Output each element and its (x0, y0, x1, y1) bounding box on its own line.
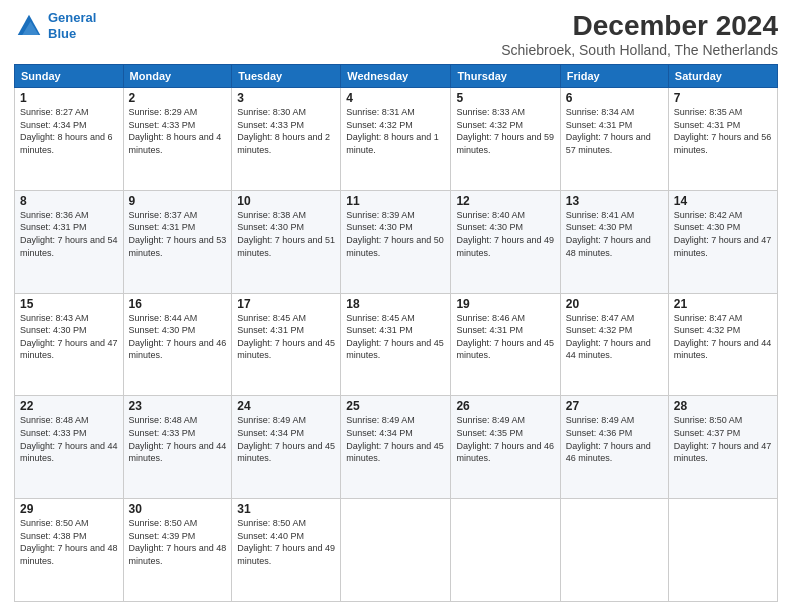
day-number: 27 (566, 399, 663, 413)
day-info: Sunrise: 8:49 AMSunset: 4:35 PMDaylight:… (456, 414, 554, 464)
calendar-cell: 8Sunrise: 8:36 AMSunset: 4:31 PMDaylight… (15, 190, 124, 293)
calendar-table: SundayMondayTuesdayWednesdayThursdayFrid… (14, 64, 778, 602)
day-number: 22 (20, 399, 118, 413)
day-number: 2 (129, 91, 227, 105)
calendar-cell (560, 499, 668, 602)
day-info: Sunrise: 8:31 AMSunset: 4:32 PMDaylight:… (346, 106, 445, 156)
day-info: Sunrise: 8:39 AMSunset: 4:30 PMDaylight:… (346, 209, 445, 259)
day-info: Sunrise: 8:45 AMSunset: 4:31 PMDaylight:… (346, 312, 445, 362)
calendar-cell: 13Sunrise: 8:41 AMSunset: 4:30 PMDayligh… (560, 190, 668, 293)
day-info: Sunrise: 8:50 AMSunset: 4:38 PMDaylight:… (20, 517, 118, 567)
day-info: Sunrise: 8:50 AMSunset: 4:37 PMDaylight:… (674, 414, 772, 464)
day-number: 4 (346, 91, 445, 105)
day-info: Sunrise: 8:44 AMSunset: 4:30 PMDaylight:… (129, 312, 227, 362)
calendar-cell: 5Sunrise: 8:33 AMSunset: 4:32 PMDaylight… (451, 88, 560, 191)
calendar-week-row: 15Sunrise: 8:43 AMSunset: 4:30 PMDayligh… (15, 293, 778, 396)
day-info: Sunrise: 8:48 AMSunset: 4:33 PMDaylight:… (20, 414, 118, 464)
calendar-week-row: 29Sunrise: 8:50 AMSunset: 4:38 PMDayligh… (15, 499, 778, 602)
day-number: 7 (674, 91, 772, 105)
day-info: Sunrise: 8:42 AMSunset: 4:30 PMDaylight:… (674, 209, 772, 259)
calendar-week-row: 1Sunrise: 8:27 AMSunset: 4:34 PMDaylight… (15, 88, 778, 191)
calendar-cell: 25Sunrise: 8:49 AMSunset: 4:34 PMDayligh… (341, 396, 451, 499)
day-number: 24 (237, 399, 335, 413)
weekday-header: Friday (560, 65, 668, 88)
day-number: 23 (129, 399, 227, 413)
day-info: Sunrise: 8:50 AMSunset: 4:40 PMDaylight:… (237, 517, 335, 567)
main-title: December 2024 (501, 10, 778, 42)
calendar-cell: 24Sunrise: 8:49 AMSunset: 4:34 PMDayligh… (232, 396, 341, 499)
day-number: 31 (237, 502, 335, 516)
day-info: Sunrise: 8:46 AMSunset: 4:31 PMDaylight:… (456, 312, 554, 362)
day-info: Sunrise: 8:49 AMSunset: 4:36 PMDaylight:… (566, 414, 663, 464)
weekday-header: Tuesday (232, 65, 341, 88)
calendar-cell: 1Sunrise: 8:27 AMSunset: 4:34 PMDaylight… (15, 88, 124, 191)
calendar-cell: 7Sunrise: 8:35 AMSunset: 4:31 PMDaylight… (668, 88, 777, 191)
day-info: Sunrise: 8:47 AMSunset: 4:32 PMDaylight:… (674, 312, 772, 362)
day-info: Sunrise: 8:27 AMSunset: 4:34 PMDaylight:… (20, 106, 118, 156)
calendar-cell: 30Sunrise: 8:50 AMSunset: 4:39 PMDayligh… (123, 499, 232, 602)
day-number: 21 (674, 297, 772, 311)
day-info: Sunrise: 8:38 AMSunset: 4:30 PMDaylight:… (237, 209, 335, 259)
calendar-cell (341, 499, 451, 602)
weekday-header: Sunday (15, 65, 124, 88)
day-number: 6 (566, 91, 663, 105)
calendar-cell: 23Sunrise: 8:48 AMSunset: 4:33 PMDayligh… (123, 396, 232, 499)
day-number: 16 (129, 297, 227, 311)
day-number: 30 (129, 502, 227, 516)
calendar-cell: 29Sunrise: 8:50 AMSunset: 4:38 PMDayligh… (15, 499, 124, 602)
day-number: 11 (346, 194, 445, 208)
weekday-header: Saturday (668, 65, 777, 88)
day-info: Sunrise: 8:36 AMSunset: 4:31 PMDaylight:… (20, 209, 118, 259)
calendar-cell: 31Sunrise: 8:50 AMSunset: 4:40 PMDayligh… (232, 499, 341, 602)
calendar-cell (451, 499, 560, 602)
day-number: 8 (20, 194, 118, 208)
day-number: 28 (674, 399, 772, 413)
calendar-cell: 18Sunrise: 8:45 AMSunset: 4:31 PMDayligh… (341, 293, 451, 396)
calendar-cell: 10Sunrise: 8:38 AMSunset: 4:30 PMDayligh… (232, 190, 341, 293)
calendar-cell: 3Sunrise: 8:30 AMSunset: 4:33 PMDaylight… (232, 88, 341, 191)
calendar-cell: 6Sunrise: 8:34 AMSunset: 4:31 PMDaylight… (560, 88, 668, 191)
day-number: 10 (237, 194, 335, 208)
weekday-header: Thursday (451, 65, 560, 88)
title-block: December 2024 Schiebroek, South Holland,… (501, 10, 778, 58)
day-number: 12 (456, 194, 554, 208)
day-info: Sunrise: 8:41 AMSunset: 4:30 PMDaylight:… (566, 209, 663, 259)
day-number: 5 (456, 91, 554, 105)
calendar-body: 1Sunrise: 8:27 AMSunset: 4:34 PMDaylight… (15, 88, 778, 602)
day-number: 25 (346, 399, 445, 413)
calendar-cell: 22Sunrise: 8:48 AMSunset: 4:33 PMDayligh… (15, 396, 124, 499)
calendar-cell: 27Sunrise: 8:49 AMSunset: 4:36 PMDayligh… (560, 396, 668, 499)
calendar-cell: 16Sunrise: 8:44 AMSunset: 4:30 PMDayligh… (123, 293, 232, 396)
day-number: 14 (674, 194, 772, 208)
weekday-header: Monday (123, 65, 232, 88)
logo-text: General Blue (48, 10, 96, 41)
day-number: 19 (456, 297, 554, 311)
weekday-header: Wednesday (341, 65, 451, 88)
day-number: 9 (129, 194, 227, 208)
calendar-cell: 9Sunrise: 8:37 AMSunset: 4:31 PMDaylight… (123, 190, 232, 293)
calendar-cell: 11Sunrise: 8:39 AMSunset: 4:30 PMDayligh… (341, 190, 451, 293)
day-number: 18 (346, 297, 445, 311)
day-info: Sunrise: 8:34 AMSunset: 4:31 PMDaylight:… (566, 106, 663, 156)
day-info: Sunrise: 8:50 AMSunset: 4:39 PMDaylight:… (129, 517, 227, 567)
day-info: Sunrise: 8:33 AMSunset: 4:32 PMDaylight:… (456, 106, 554, 156)
calendar-cell: 17Sunrise: 8:45 AMSunset: 4:31 PMDayligh… (232, 293, 341, 396)
calendar-cell: 19Sunrise: 8:46 AMSunset: 4:31 PMDayligh… (451, 293, 560, 396)
calendar-week-row: 8Sunrise: 8:36 AMSunset: 4:31 PMDaylight… (15, 190, 778, 293)
day-info: Sunrise: 8:45 AMSunset: 4:31 PMDaylight:… (237, 312, 335, 362)
day-info: Sunrise: 8:43 AMSunset: 4:30 PMDaylight:… (20, 312, 118, 362)
calendar-cell: 14Sunrise: 8:42 AMSunset: 4:30 PMDayligh… (668, 190, 777, 293)
day-info: Sunrise: 8:40 AMSunset: 4:30 PMDaylight:… (456, 209, 554, 259)
calendar-cell: 15Sunrise: 8:43 AMSunset: 4:30 PMDayligh… (15, 293, 124, 396)
logo: General Blue (14, 10, 96, 41)
day-number: 20 (566, 297, 663, 311)
day-info: Sunrise: 8:29 AMSunset: 4:33 PMDaylight:… (129, 106, 227, 156)
day-info: Sunrise: 8:47 AMSunset: 4:32 PMDaylight:… (566, 312, 663, 362)
header: General Blue December 2024 Schiebroek, S… (14, 10, 778, 58)
calendar-header-row: SundayMondayTuesdayWednesdayThursdayFrid… (15, 65, 778, 88)
day-number: 17 (237, 297, 335, 311)
page: General Blue December 2024 Schiebroek, S… (0, 0, 792, 612)
day-info: Sunrise: 8:30 AMSunset: 4:33 PMDaylight:… (237, 106, 335, 156)
calendar-cell: 4Sunrise: 8:31 AMSunset: 4:32 PMDaylight… (341, 88, 451, 191)
day-number: 26 (456, 399, 554, 413)
